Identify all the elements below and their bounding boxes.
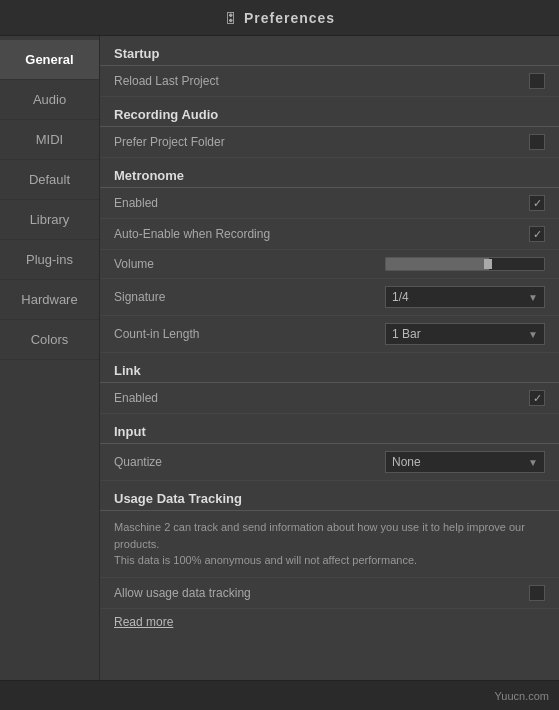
dropdown-signature-arrow: ▼ xyxy=(528,292,538,303)
row-count-in-length: Count-in Length 1 Bar ▼ xyxy=(100,316,559,353)
row-link-enabled: Enabled xyxy=(100,383,559,414)
sidebar-item-general[interactable]: General xyxy=(0,40,99,80)
section-recording-audio-header: Recording Audio xyxy=(100,99,559,127)
dropdown-quantize[interactable]: None ▼ xyxy=(385,451,545,473)
label-quantize: Quantize xyxy=(114,455,162,469)
sidebar-item-midi[interactable]: MIDI xyxy=(0,120,99,160)
row-allow-usage-data-tracking: Allow usage data tracking xyxy=(100,578,559,609)
sidebar-item-default[interactable]: Default xyxy=(0,160,99,200)
dropdown-quantize-value: None xyxy=(392,455,421,469)
section-metronome-header: Metronome xyxy=(100,160,559,188)
row-signature: Signature 1/4 ▼ xyxy=(100,279,559,316)
sidebar-item-audio[interactable]: Audio xyxy=(0,80,99,120)
volume-slider[interactable] xyxy=(385,257,545,271)
sidebar: General Audio MIDI Default Library Plug-… xyxy=(0,36,100,680)
usage-data-description-text: Maschine 2 can track and send informatio… xyxy=(114,521,525,566)
row-prefer-project-folder: Prefer Project Folder xyxy=(100,127,559,158)
label-allow-usage-data-tracking: Allow usage data tracking xyxy=(114,586,251,600)
main-layout: General Audio MIDI Default Library Plug-… xyxy=(0,36,559,680)
row-metronome-enabled: Enabled xyxy=(100,188,559,219)
dropdown-quantize-arrow: ▼ xyxy=(528,457,538,468)
bottom-bar: Yuucn.com xyxy=(0,680,559,710)
row-volume: Volume xyxy=(100,250,559,279)
sidebar-item-library[interactable]: Library xyxy=(0,200,99,240)
title-bar: 🎛 Preferences xyxy=(0,0,559,36)
title-icon: 🎛 xyxy=(224,10,238,26)
section-usage-data-header: Usage Data Tracking xyxy=(100,483,559,511)
row-quantize: Quantize None ▼ xyxy=(100,444,559,481)
label-link-enabled: Enabled xyxy=(114,391,158,405)
checkbox-link-enabled[interactable] xyxy=(529,390,545,406)
content-area: Startup Reload Last Project Recording Au… xyxy=(100,36,559,680)
sidebar-item-hardware[interactable]: Hardware xyxy=(0,280,99,320)
dropdown-count-in-length-arrow: ▼ xyxy=(528,329,538,340)
dropdown-signature[interactable]: 1/4 ▼ xyxy=(385,286,545,308)
label-reload-last-project: Reload Last Project xyxy=(114,74,219,88)
checkbox-prefer-project-folder[interactable] xyxy=(529,134,545,150)
sidebar-item-colors[interactable]: Colors xyxy=(0,320,99,360)
section-link-header: Link xyxy=(100,355,559,383)
checkbox-auto-enable-recording[interactable] xyxy=(529,226,545,242)
read-more-row: Read more xyxy=(100,609,559,635)
label-auto-enable-recording: Auto-Enable when Recording xyxy=(114,227,270,241)
label-volume: Volume xyxy=(114,257,154,271)
dropdown-signature-value: 1/4 xyxy=(392,290,409,304)
row-auto-enable-recording: Auto-Enable when Recording xyxy=(100,219,559,250)
usage-data-description: Maschine 2 can track and send informatio… xyxy=(100,511,559,578)
slider-thumb xyxy=(484,259,492,269)
checkbox-metronome-enabled[interactable] xyxy=(529,195,545,211)
label-metronome-enabled: Enabled xyxy=(114,196,158,210)
dropdown-count-in-length-value: 1 Bar xyxy=(392,327,421,341)
app-title: Preferences xyxy=(244,10,335,26)
section-input-header: Input xyxy=(100,416,559,444)
label-signature: Signature xyxy=(114,290,165,304)
label-count-in-length: Count-in Length xyxy=(114,327,199,341)
label-prefer-project-folder: Prefer Project Folder xyxy=(114,135,225,149)
checkbox-reload-last-project[interactable] xyxy=(529,73,545,89)
section-startup-header: Startup xyxy=(100,38,559,66)
watermark: Yuucn.com xyxy=(495,690,549,702)
dropdown-count-in-length[interactable]: 1 Bar ▼ xyxy=(385,323,545,345)
row-reload-last-project: Reload Last Project xyxy=(100,66,559,97)
sidebar-item-plugins[interactable]: Plug-ins xyxy=(0,240,99,280)
checkbox-allow-usage-data-tracking[interactable] xyxy=(529,585,545,601)
read-more-link[interactable]: Read more xyxy=(100,609,187,635)
slider-fill xyxy=(386,258,489,270)
